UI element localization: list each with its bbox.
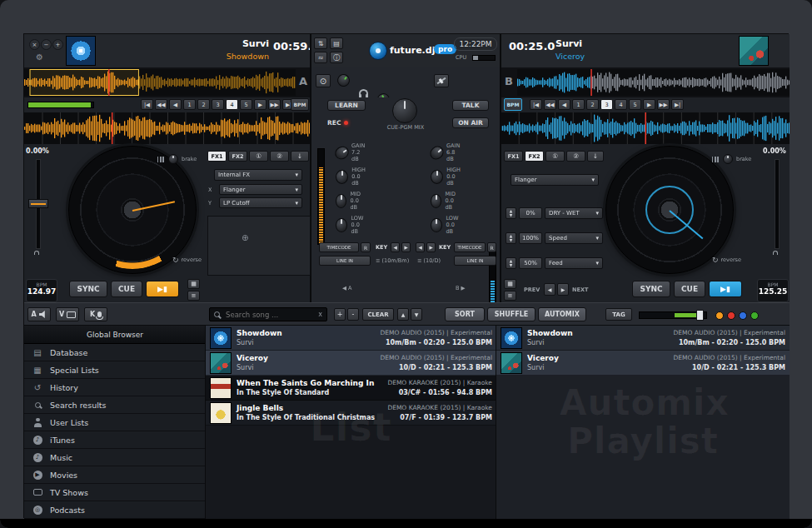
deck-a-bpm-tap-button[interactable]: BPM [291,98,309,111]
automix-row[interactable]: ShowdownSurvi DEMO AUDIO (2015) | Experi… [496,326,790,351]
hotcue-4[interactable]: 4 [615,99,627,110]
move-up-icon[interactable]: ▲ [397,308,409,321]
line-in-button[interactable]: LINE IN [319,256,371,266]
grid-view-icon[interactable]: ▦ [187,279,200,289]
timecode-r-button[interactable]: R [487,242,496,252]
track-row[interactable]: ShowdownSurvi DEMO AUDIO (2015) | Experi… [206,326,496,351]
zoom-in-button[interactable]: + [334,308,346,321]
search-clear-icon[interactable]: x [318,311,322,318]
skip-end-icon[interactable]: ▶| [671,99,684,110]
track-row[interactable]: When The Saints Go Marching InIn The Sty… [206,376,496,401]
vinyl-mode-icon[interactable]: ⊙ [316,74,331,87]
sidebar-item-tv-shows[interactable]: TV Shows [24,484,206,501]
high-knob[interactable] [431,170,443,184]
deck-b-sync-button[interactable]: SYNC [632,281,670,297]
step-forward-icon[interactable]: ▶ [643,99,655,110]
param-value[interactable]: 0% [519,207,542,219]
deck-a-reverse[interactable]: ↻ reverse [172,256,202,264]
key-down-icon[interactable]: ◀ [416,242,425,252]
fx-x-select[interactable]: Flanger▾ [219,184,302,195]
deck-a-zoom-waveform[interactable] [24,112,311,144]
automix-row[interactable]: ViceroySurvi DEMO AUDIO (2015) | Experim… [496,351,790,376]
tag-button[interactable]: TAG [605,308,632,321]
fx1-button[interactable]: FX1 [504,151,523,162]
info-icon[interactable]: ⓘ [330,52,343,63]
param-stepper[interactable]: ▲▼ [506,232,516,244]
track-row[interactable]: Jingle BellsIn The Style Of Traditional … [206,401,496,426]
deck-b-bpm-tap-button[interactable]: BPM [504,98,522,111]
fx-engine-select[interactable]: Internal FX▾ [214,169,302,181]
next-track-icon[interactable]: ▶ [557,283,569,296]
deck-b-cue-button[interactable]: CUE [674,281,705,297]
fx-download-icon[interactable]: ↓ [587,151,604,162]
key-up-icon[interactable]: ▶ [426,242,436,252]
move-down-icon[interactable]: ▼ [411,308,422,321]
hotcue-3[interactable]: 3 [212,99,224,110]
on-air-button[interactable]: ON AIR [452,117,489,128]
deck-a-play-button[interactable]: ▶▮ [146,281,179,297]
list-view-icon[interactable]: ≡ [504,291,516,301]
timecode-r-button[interactable]: R [361,242,371,252]
param-stepper[interactable]: ▲▼ [506,207,516,219]
rewind-icon[interactable]: ◀◀ [544,99,556,110]
preview-volume-slider[interactable] [639,311,707,319]
sidebar-item-special-lists[interactable]: ▦Special Lists [24,361,206,379]
deck-a-cue-button[interactable]: CUE [111,281,142,297]
expand-button-icon[interactable]: + [52,39,63,50]
sidebar-item-podcasts[interactable]: ◎Podcasts [24,501,206,519]
hotcue-5[interactable]: 5 [629,99,641,110]
deck-b-zoom-waveform[interactable] [501,112,790,144]
param-stepper[interactable]: ▲▼ [506,257,516,269]
deck-a-brake-knob[interactable] [168,154,178,164]
gain-knob[interactable] [427,143,446,162]
hotcue-1[interactable]: 1 [183,99,196,110]
key-up-icon[interactable]: ▶ [401,242,411,252]
sort-button[interactable]: SORT [445,307,485,321]
sidebar-item-user-lists[interactable]: User Lists [24,414,206,431]
crossfader-mode-icon[interactable] [434,74,449,87]
minimize-button-icon[interactable]: − [41,39,52,50]
cue-mix-knob-left[interactable] [335,72,352,89]
rewind-icon[interactable]: ◀◀ [155,99,167,110]
tag-dot-green[interactable] [750,311,759,320]
gain-knob[interactable] [332,143,351,162]
param-value[interactable]: 100% [519,232,542,244]
low-knob[interactable] [431,218,442,232]
video-toggle[interactable]: V [56,307,79,321]
hotcue-2[interactable]: 2 [586,99,599,110]
deck-a-jog-wheel[interactable] [68,146,197,274]
deck-a-sync-button[interactable]: SYNC [69,281,107,297]
karaoke-toggle[interactable]: K [84,307,107,321]
fx-assign-2-icon[interactable]: ② [566,151,585,162]
param-value[interactable]: 50% [519,257,542,269]
fx2-button[interactable]: FX2 [228,151,247,162]
hotcue-3[interactable]: 3 [600,99,613,110]
fx1-button[interactable]: FX1 [207,151,227,162]
step-forward-icon[interactable]: ▶ [254,99,267,110]
midi-icon[interactable]: ⇅ [314,37,327,49]
low-knob[interactable] [336,218,347,232]
fx-download-icon[interactable]: ↓ [291,151,309,162]
settings-gear-icon[interactable]: ⚙ [36,52,43,62]
fx2-button[interactable]: FX2 [525,151,544,162]
search-box[interactable]: x [209,307,327,321]
deck-b-play-button[interactable]: ▶▮ [709,281,742,297]
sidebar-item-itunes[interactable]: ♪iTunes [24,431,206,449]
line-in-button[interactable]: LINE IN [454,256,496,266]
shuffle-button[interactable]: SHUFFLE [487,307,536,321]
track-row[interactable]: ViceroySurvi DEMO AUDIO (2015) | Experim… [206,351,496,376]
prev-track-icon[interactable]: ◀ [544,283,555,296]
fx-assign-1-icon[interactable]: ① [249,151,268,162]
deck-a-overview-waveform[interactable] [24,69,296,96]
fast-forward-icon[interactable]: ▶▶ [268,99,281,110]
talk-button[interactable]: TALK [452,100,489,111]
close-button-icon[interactable]: × [29,39,40,50]
param-select[interactable]: DRY - WET▾ [545,207,603,219]
sidebar-item-movies[interactable]: ▶Movies [24,466,206,484]
sidebar-item-history[interactable]: ↺History [24,379,206,396]
hotcue-5[interactable]: 5 [240,99,252,110]
layers-icon[interactable]: ▤ [330,37,343,49]
fx-y-select[interactable]: LP Cutoff▾ [219,197,302,208]
learn-button[interactable]: LEARN [327,100,366,111]
list-view-icon[interactable]: ≡ [187,291,200,301]
